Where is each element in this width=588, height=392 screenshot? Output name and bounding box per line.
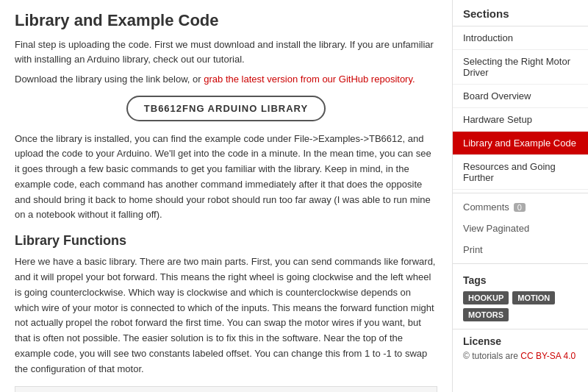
functions-title: Library Functions bbox=[15, 233, 437, 249]
sidebar-item-selecting[interactable]: Selecting the Right Motor Driver bbox=[453, 50, 588, 85]
sidebar-item-board-overview[interactable]: Board Overview bbox=[453, 85, 588, 108]
tag-motors[interactable]: MOTORS bbox=[463, 308, 509, 321]
tags-row: HOOKUP MOTION MOTORS bbox=[463, 291, 578, 321]
body-text-2: Here we have a basic library. There are … bbox=[15, 254, 437, 377]
license-title: License bbox=[463, 335, 578, 347]
tags-title: Tags bbox=[463, 274, 578, 286]
copyright-icon: © bbox=[463, 351, 472, 361]
sidebar-item-resources[interactable]: Resources and Going Further bbox=[453, 155, 588, 190]
intro-text: Final step is uploading the code. First … bbox=[15, 38, 437, 66]
code-block-1: // these constants are used to allow you… bbox=[15, 386, 437, 392]
tag-motion[interactable]: MOTION bbox=[512, 291, 555, 304]
sidebar-license: License © tutorials are CC BY-SA 4.0 bbox=[453, 329, 588, 367]
sidebar-nav: Introduction Selecting the Right Motor D… bbox=[453, 26, 588, 190]
sidebar-item-hardware-setup[interactable]: Hardware Setup bbox=[453, 108, 588, 132]
sidebar-divider-2 bbox=[453, 263, 588, 264]
library-button-wrap: TB6612FNG ARDUINO LIBRARY bbox=[15, 96, 437, 121]
library-download-button[interactable]: TB6612FNG ARDUINO LIBRARY bbox=[126, 96, 326, 121]
main-content: Library and Example Code Final step is u… bbox=[0, 0, 452, 392]
sidebar-tags: Tags HOOKUP MOTION MOTORS bbox=[453, 267, 588, 329]
sidebar-comments[interactable]: Comments 0 bbox=[453, 196, 588, 218]
sidebar-item-introduction[interactable]: Introduction bbox=[453, 26, 588, 50]
sidebar-divider-1 bbox=[453, 193, 588, 193]
sidebar-view-paginated[interactable]: View Paginated bbox=[453, 218, 588, 239]
license-link[interactable]: CC BY-SA 4.0 bbox=[520, 351, 576, 361]
sections-title: Sections bbox=[453, 0, 588, 26]
sidebar-item-library[interactable]: Library and Example Code bbox=[453, 132, 588, 155]
github-link[interactable]: grab the latest version from our GitHub … bbox=[204, 74, 415, 85]
comments-badge: 0 bbox=[514, 203, 526, 212]
page-title: Library and Example Code bbox=[15, 11, 437, 30]
license-text: © tutorials are CC BY-SA 4.0 bbox=[463, 351, 578, 361]
sidebar-print[interactable]: Print bbox=[453, 239, 588, 260]
sidebar: Sections Introduction Selecting the Righ… bbox=[452, 0, 588, 392]
body-text-1: Once the library is installed, you can f… bbox=[15, 132, 437, 224]
download-text: Download the library using the link belo… bbox=[15, 72, 437, 87]
tag-hookup[interactable]: HOOKUP bbox=[463, 291, 509, 304]
